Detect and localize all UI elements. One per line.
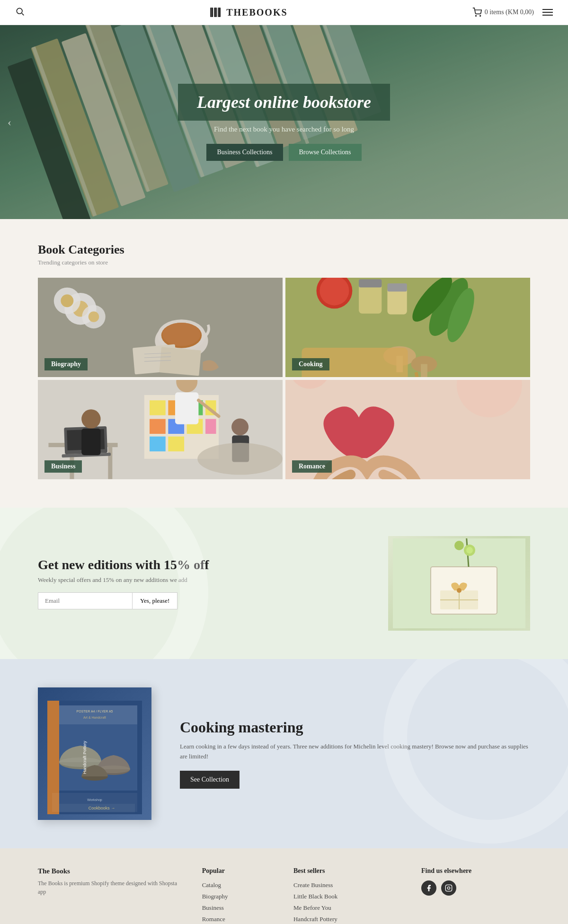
- instagram-icon[interactable]: [441, 880, 456, 896]
- cart-icon: [472, 8, 482, 17]
- logo-icon: [209, 6, 222, 19]
- footer-social-icons: [421, 880, 530, 896]
- footer-link-me-before-you[interactable]: Me Before You: [293, 904, 331, 911]
- footer-bestsellers-title: Best sellers: [293, 867, 402, 875]
- footer-link-business[interactable]: Business: [202, 904, 224, 911]
- featured-section: POSTER A4 / FLYER A5 Art & Handcraft Han…: [0, 659, 568, 848]
- svg-rect-57: [387, 283, 407, 291]
- hero-subtitle: Find the next book you have searched for…: [178, 125, 390, 133]
- svg-point-70: [81, 409, 100, 428]
- categories-grid: Biography: [38, 278, 530, 479]
- hero-buttons: Business Collections Browse Collections: [178, 144, 390, 161]
- svg-rect-5: [211, 8, 212, 17]
- browse-collections-button[interactable]: Browse Collections: [289, 144, 362, 161]
- svg-point-8: [475, 16, 476, 17]
- header-right: 0 items (KM 0,00): [472, 8, 553, 17]
- svg-rect-84: [175, 392, 198, 424]
- svg-point-85: [231, 418, 248, 435]
- newsletter-form: Yes, please!: [38, 592, 209, 609]
- svg-point-124: [447, 887, 450, 889]
- footer-social-column: Find us elsewhere: [421, 867, 530, 924]
- featured-description: Learn cooking in a few days instead of y…: [180, 742, 530, 762]
- hero-title: Largest online bookstore: [197, 92, 371, 112]
- category-cooking[interactable]: Cooking: [285, 278, 530, 377]
- newsletter-section: Get new editions with 15% off Weekly spe…: [0, 508, 568, 659]
- biography-label: Biography: [44, 358, 88, 370]
- newsletter-illustration: [393, 538, 525, 628]
- svg-text:Cookbooks →: Cookbooks →: [89, 806, 115, 810]
- logo-text: THEBOOKS: [226, 7, 287, 18]
- cart-label: 0 items (KM 0,00): [485, 9, 534, 16]
- footer-grid: The Books The Books is premium Shopify t…: [38, 867, 530, 924]
- category-business[interactable]: Business: [38, 380, 283, 479]
- svg-rect-73: [150, 400, 166, 415]
- hero-content: Largest online bookstore Find the next b…: [178, 84, 390, 161]
- svg-rect-61: [421, 364, 427, 377]
- footer-link-handcraft-pottery[interactable]: Handcraft Pottery: [293, 915, 337, 923]
- svg-line-1: [22, 13, 24, 15]
- svg-text:Workshop: Workshop: [87, 798, 102, 802]
- footer-brand-column: The Books The Books is premium Shopify t…: [38, 867, 183, 924]
- newsletter-submit-button[interactable]: Yes, please!: [133, 592, 178, 609]
- svg-point-102: [454, 541, 464, 550]
- svg-rect-77: [150, 419, 166, 434]
- footer-popular-links: Catalog Biography Business Romance Conta…: [202, 880, 275, 924]
- newsletter-image: [388, 536, 530, 631]
- svg-rect-114: [52, 705, 137, 724]
- site-footer: The Books The Books is premium Shopify t…: [0, 848, 568, 924]
- footer-link-romance[interactable]: Romance: [202, 915, 225, 923]
- svg-point-9: [480, 16, 481, 17]
- hero-title-box: Largest online bookstore: [178, 84, 390, 121]
- category-biography[interactable]: Biography: [38, 278, 283, 377]
- featured-content: Cooking mastering Learn cooking in a few…: [180, 719, 530, 789]
- footer-link-create-business[interactable]: Create Business: [293, 881, 333, 889]
- svg-rect-66: [108, 447, 112, 479]
- svg-rect-7: [218, 8, 219, 17]
- newsletter-content: Get new editions with 15% off Weekly spe…: [38, 557, 209, 609]
- svg-point-101: [466, 547, 473, 554]
- footer-popular-title: Popular: [202, 867, 275, 875]
- footer-link-little-black-book[interactable]: Little Black Book: [293, 893, 337, 900]
- footer-link-biography[interactable]: Biography: [202, 893, 228, 900]
- category-romance[interactable]: Romance: [285, 380, 530, 479]
- footer-bestsellers-links: Create Business Little Black Book Me Bef…: [293, 880, 402, 923]
- newsletter-title: Get new editions with 15% off: [38, 557, 209, 572]
- footer-brand-name: The Books: [38, 867, 183, 875]
- newsletter-subtitle: Weekly special offers and 15% on any new…: [38, 576, 209, 584]
- cart-info[interactable]: 0 items (KM 0,00): [472, 8, 534, 17]
- romance-label: Romance: [292, 460, 332, 473]
- svg-text:POSTER A4 / FLYER A5: POSTER A4 / FLYER A5: [77, 710, 113, 713]
- svg-rect-81: [150, 437, 166, 451]
- svg-rect-55: [359, 279, 382, 287]
- svg-rect-6: [214, 8, 215, 17]
- menu-button[interactable]: [542, 9, 553, 16]
- svg-rect-71: [81, 429, 100, 455]
- categories-title: Book Categories: [38, 243, 530, 257]
- site-logo[interactable]: THEBOOKS: [209, 6, 287, 19]
- site-header: THEBOOKS 0 items (KM 0,00): [0, 0, 568, 25]
- hero-section: ‹ Largest online bookstore Find the next…: [0, 25, 568, 219]
- business-collections-button[interactable]: Business Collections: [206, 144, 283, 161]
- footer-bestsellers-column: Best sellers Create Business Little Blac…: [293, 867, 402, 924]
- svg-text:Handcraft Pottery: Handcraft Pottery: [82, 740, 87, 774]
- footer-brand-description: The Books is premium Shopify theme desig…: [38, 879, 183, 896]
- svg-point-87: [197, 443, 283, 475]
- svg-rect-123: [445, 885, 452, 891]
- newsletter-email-input[interactable]: [38, 592, 133, 609]
- featured-title: Cooking mastering: [180, 719, 530, 736]
- svg-rect-80: [205, 419, 216, 434]
- search-icon[interactable]: [15, 7, 25, 18]
- featured-book-cover: POSTER A4 / FLYER A5 Art & Handcraft Han…: [38, 687, 151, 820]
- footer-popular-column: Popular Catalog Biography Business Roman…: [202, 867, 275, 924]
- svg-point-106: [457, 588, 462, 593]
- cooking-label: Cooking: [292, 358, 329, 370]
- see-collection-button[interactable]: See Collection: [180, 771, 240, 789]
- svg-rect-82: [168, 437, 184, 451]
- business-label: Business: [44, 460, 82, 473]
- categories-subtitle: Trending categories on store: [38, 259, 530, 266]
- hero-prev-arrow[interactable]: ‹: [8, 116, 11, 129]
- categories-section: Book Categories Trending categories on s…: [0, 219, 568, 508]
- svg-point-0: [17, 8, 22, 14]
- footer-link-catalog[interactable]: Catalog: [202, 881, 221, 889]
- facebook-icon[interactable]: [421, 880, 436, 896]
